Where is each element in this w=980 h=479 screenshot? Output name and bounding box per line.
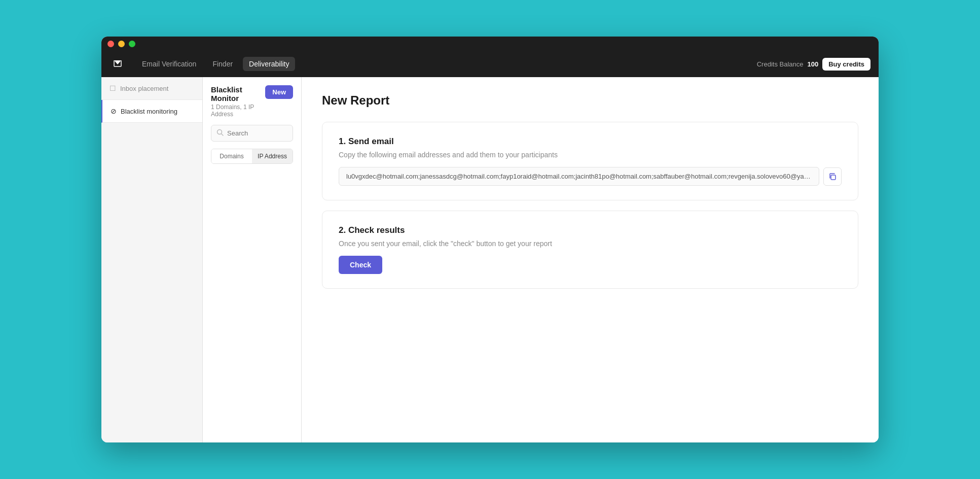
search-box[interactable] [211,125,293,142]
svg-rect-2 [831,175,836,180]
sidebar-panel-header: Blacklist Monitor 1 Domains, 1 IP Addres… [211,85,293,118]
sidebar-panel-title-group: Blacklist Monitor 1 Domains, 1 IP Addres… [211,85,265,118]
close-button[interactable] [107,41,114,47]
step1-card: 1. Send email Copy the following email a… [322,122,858,200]
copy-button[interactable] [823,167,842,186]
maximize-button[interactable] [129,41,135,47]
toggle-tabs: Domains IP Address [211,149,293,164]
minimize-button[interactable] [118,41,125,47]
titlebar [101,37,879,51]
top-nav: Email Verification Finder Deliverability… [101,51,879,77]
toggle-tab-domains[interactable]: Domains [211,149,252,163]
nav-finder[interactable]: Finder [206,57,239,71]
svg-line-1 [222,134,224,136]
logo-icon [110,56,126,72]
credits-value: 100 [807,60,818,68]
sidebar-item-blacklist-monitoring[interactable]: ⊘ Blacklist monitoring [101,100,202,123]
email-field-row [339,167,842,186]
sidebar-item-inbox-placement[interactable]: ☐ Inbox placement [101,77,202,100]
sidebar-item-label-blacklist: Blacklist monitoring [121,108,177,115]
toggle-tab-ip-address[interactable]: IP Address [252,149,293,163]
buy-credits-button[interactable]: Buy credits [822,58,870,71]
nav-email-verification[interactable]: Email Verification [136,57,202,71]
main-content: New Report 1. Send email Copy the follow… [302,77,879,442]
app-window: Email Verification Finder Deliverability… [101,37,879,442]
sidebar-item-label-inbox: Inbox placement [120,85,168,92]
step2-card: 2. Check results Once you sent your emai… [322,211,858,289]
search-input[interactable] [227,129,287,137]
email-addresses-field[interactable] [339,167,819,186]
nav-deliverability[interactable]: Deliverability [243,57,295,71]
credits-label: Credits Balance [757,60,804,68]
sidebar-panel-subtitle: 1 Domains, 1 IP Address [211,104,265,118]
search-icon [216,129,224,138]
step1-description: Copy the following email addresses and a… [339,151,842,159]
sidebar-panel: Blacklist Monitor 1 Domains, 1 IP Addres… [203,77,302,442]
sidebar-panel-title: Blacklist Monitor [211,85,265,102]
check-button[interactable]: Check [339,256,382,274]
credits-area: Credits Balance 100 Buy credits [757,58,870,71]
new-report-button[interactable]: New [265,85,293,99]
content-area: ☐ Inbox placement ⊘ Blacklist monitoring… [101,77,879,442]
blacklist-monitoring-icon: ⊘ [111,107,117,115]
step1-title: 1. Send email [339,136,842,147]
step2-description: Once you sent your email, click the "che… [339,240,842,248]
step2-title: 2. Check results [339,225,842,235]
sidebar-tabs: ☐ Inbox placement ⊘ Blacklist monitoring [101,77,203,442]
page-title: New Report [322,93,858,108]
inbox-placement-icon: ☐ [110,84,116,92]
